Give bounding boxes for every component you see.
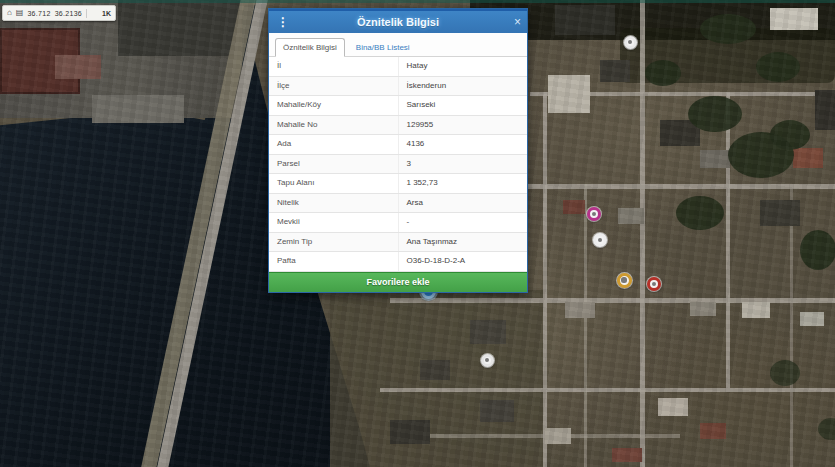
add-to-favorites-button[interactable]: Favorilere ekle (269, 272, 527, 292)
attribute-label: İl (269, 57, 398, 76)
attribute-value: Arsa (398, 193, 527, 213)
attribute-value: - (398, 213, 527, 233)
attribute-row: İlçeİskenderun (269, 76, 527, 96)
attribute-value: 3 (398, 154, 527, 174)
attribute-label: Mahalle/Köy (269, 96, 398, 116)
attribute-row: Ada4136 (269, 135, 527, 155)
tab-bina-bb-listesi[interactable]: Bina/BB Listesi (349, 39, 417, 56)
coordinate-y: 36.2136 (55, 10, 82, 17)
attribute-row: Parsel3 (269, 154, 527, 174)
attribute-value: İskenderun (398, 76, 527, 96)
attribute-row: Tapu Alanı1 352,73 (269, 174, 527, 194)
attribute-value: 4136 (398, 135, 527, 155)
poi-marker-red[interactable] (647, 277, 661, 291)
attribute-info-dialog: ⋮ Öznitelik Bilgisi × Öznitelik BilgisiB… (268, 8, 528, 293)
coordinate-x: 36.712 (27, 10, 50, 17)
attribute-label: Pafta (269, 252, 398, 272)
attribute-row: Mevkii- (269, 213, 527, 233)
map-scale-label: 1K (102, 10, 111, 17)
attribute-value: Sarıseki (398, 96, 527, 116)
locate-icon[interactable]: ⌂ (7, 9, 12, 17)
attribute-value: Ana Taşınmaz (398, 232, 527, 252)
pier (92, 95, 184, 123)
tab-bar: Öznitelik BilgisiBina/BB Listesi (269, 33, 527, 57)
attribute-label: Parsel (269, 154, 398, 174)
poi-marker-white-top[interactable] (624, 36, 637, 49)
attribute-value: 129955 (398, 115, 527, 135)
info-icon: ⋮ (277, 14, 289, 31)
attribute-value: Hatay (398, 57, 527, 76)
attribute-row: PaftaO36-D-18-D-2-A (269, 252, 527, 272)
attribute-table: İlHatayİlçeİskenderunMahalle/KöySarıseki… (269, 57, 527, 272)
attribute-row: Mahalle/KöySarıseki (269, 96, 527, 116)
printer-icon[interactable]: ▤ (16, 9, 24, 17)
dialog-header: ⋮ Öznitelik Bilgisi × (269, 9, 527, 33)
attribute-label: Mahalle No (269, 115, 398, 135)
attribute-label: Nitelik (269, 193, 398, 213)
attribute-label: Ada (269, 135, 398, 155)
attribute-label: Tapu Alanı (269, 174, 398, 194)
attribute-value: 1 352,73 (398, 174, 527, 194)
dock-structures (118, 0, 242, 56)
close-icon[interactable]: × (514, 13, 521, 31)
attribute-row: Mahalle No129955 (269, 115, 527, 135)
attribute-label: Mevkii (269, 213, 398, 233)
attribute-row: Zemin TipAna Taşınmaz (269, 232, 527, 252)
poi-marker-pink[interactable] (587, 207, 601, 221)
dialog-title: Öznitelik Bilgisi (357, 16, 439, 28)
poi-marker-white-south[interactable] (481, 354, 494, 367)
map-toolbar: ⌂ ▤ 36.712 36.2136 1K (2, 5, 116, 21)
attribute-value: O36-D-18-D-2-A (398, 252, 527, 272)
toolbar-divider (86, 9, 87, 18)
attribute-table-body: İlHatayİlçeİskenderunMahalle/KöySarıseki… (269, 57, 527, 271)
tab--znitelik-bilgisi[interactable]: Öznitelik Bilgisi (275, 38, 345, 57)
attribute-row: NitelikArsa (269, 193, 527, 213)
dock-building (55, 55, 101, 79)
app-window: ⌂ ▤ 36.712 36.2136 1K ⋮ Öznitelik Bilgis… (0, 0, 835, 467)
top-edge-artifact (0, 0, 835, 3)
poi-marker-white[interactable] (593, 233, 607, 247)
attribute-label: Zemin Tip (269, 232, 398, 252)
attribute-row: İlHatay (269, 57, 527, 76)
attribute-label: İlçe (269, 76, 398, 96)
poi-marker-orange[interactable] (617, 273, 632, 288)
